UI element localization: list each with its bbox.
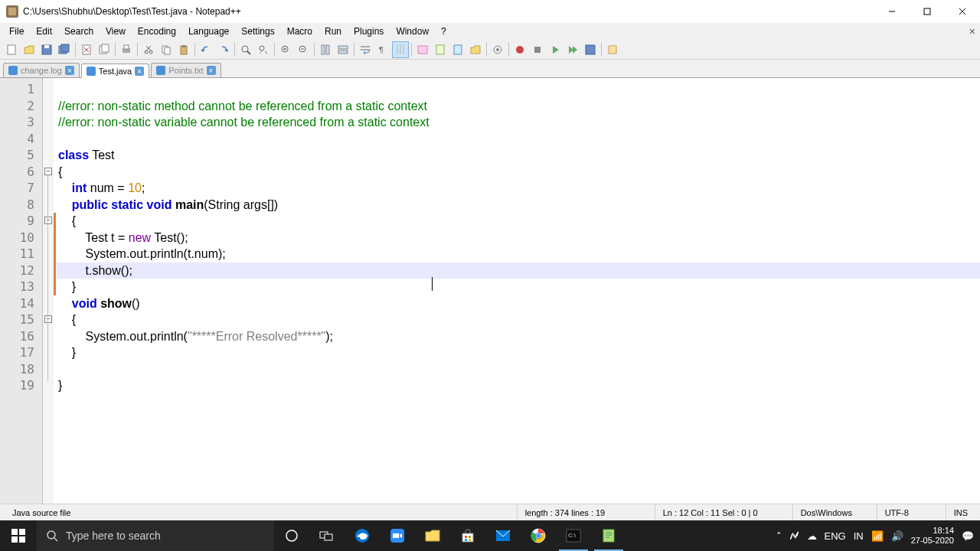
svg-rect-34 xyxy=(338,46,348,49)
start-button[interactable] xyxy=(0,520,37,551)
menu-plugins[interactable]: Plugins xyxy=(348,24,390,38)
cmd-icon[interactable]: C:\ xyxy=(556,520,591,551)
menu-encoding[interactable]: Encoding xyxy=(132,24,182,38)
all-chars-button[interactable]: ¶ xyxy=(374,41,391,58)
tab-close-icon[interactable]: × xyxy=(207,66,216,75)
menu-view[interactable]: View xyxy=(100,24,132,38)
mail-icon[interactable] xyxy=(485,520,521,551)
close-all-button[interactable] xyxy=(96,41,113,58)
redo-button[interactable] xyxy=(215,41,232,58)
svg-rect-50 xyxy=(609,46,616,54)
task-view-icon[interactable] xyxy=(309,520,345,551)
tab-label: change.log xyxy=(21,66,62,75)
window-controls xyxy=(874,0,980,23)
folder-button[interactable] xyxy=(467,41,484,58)
print-button[interactable] xyxy=(118,41,135,58)
status-eol[interactable]: Dos\Windows xyxy=(793,504,877,520)
menu-edit[interactable]: Edit xyxy=(30,24,58,38)
taskbar-search[interactable]: Type here to search xyxy=(37,520,274,551)
cortana-icon[interactable] xyxy=(274,520,309,551)
save-macro-button[interactable] xyxy=(582,41,599,58)
chrome-icon[interactable] xyxy=(521,520,556,551)
svg-point-16 xyxy=(145,51,148,54)
func-list-button[interactable] xyxy=(449,41,466,58)
tray-keyboard[interactable]: IN xyxy=(854,530,864,542)
mdi-close-icon[interactable]: × xyxy=(969,25,975,37)
sync-h-button[interactable] xyxy=(335,41,351,58)
taskbar-icons: C:\ xyxy=(274,520,626,551)
tray-lang[interactable]: ENG xyxy=(825,530,846,542)
svg-point-71 xyxy=(537,534,541,538)
doc-map-button[interactable] xyxy=(432,41,449,58)
minimize-button[interactable] xyxy=(874,0,910,23)
status-encoding[interactable]: UTF-8 xyxy=(877,504,946,520)
tray-wifi-icon[interactable]: 📶 xyxy=(871,530,884,542)
new-file-button[interactable] xyxy=(3,41,20,58)
maximize-button[interactable] xyxy=(910,0,945,23)
close-button[interactable] xyxy=(945,0,980,23)
tray-volume-icon[interactable]: 🔊 xyxy=(891,530,903,542)
replace-button[interactable] xyxy=(255,41,272,58)
line-number-gutter: 12345678910111213141516171819 xyxy=(0,78,43,504)
word-wrap-button[interactable] xyxy=(357,41,374,58)
menu-window[interactable]: Window xyxy=(390,24,435,38)
fold-toggle[interactable]: − xyxy=(44,168,52,175)
menu-settings[interactable]: Settings xyxy=(235,24,280,38)
tab-changelog[interactable]: change.log × xyxy=(3,63,80,77)
search-placeholder: Type here to search xyxy=(66,530,161,542)
sync-v-button[interactable] xyxy=(317,41,334,58)
svg-rect-74 xyxy=(603,530,614,542)
tab-close-icon[interactable]: × xyxy=(65,66,74,75)
zoom-icon[interactable] xyxy=(380,520,415,551)
tab-testjava[interactable]: Test.java × xyxy=(81,64,149,78)
save-button[interactable] xyxy=(38,41,55,58)
store-icon[interactable] xyxy=(450,520,485,551)
monitor-button[interactable] xyxy=(489,41,506,58)
tray-onedrive-icon[interactable]: ☁ xyxy=(807,530,817,542)
edge-icon[interactable] xyxy=(345,520,380,551)
indent-guide-button[interactable] xyxy=(392,41,409,58)
menu-file[interactable]: File xyxy=(3,24,30,38)
paste-button[interactable] xyxy=(175,41,192,58)
file-explorer-icon[interactable] xyxy=(415,520,450,551)
zoom-in-button[interactable] xyxy=(277,41,294,58)
find-button[interactable] xyxy=(237,41,254,58)
play-multi-button[interactable] xyxy=(564,41,581,58)
tray-chevron-icon[interactable]: ˄ xyxy=(776,530,782,542)
menu-macro[interactable]: Macro xyxy=(281,24,318,38)
notifications-icon[interactable]: 💬 xyxy=(962,530,974,542)
save-all-button[interactable] xyxy=(56,41,73,58)
editor[interactable]: 12345678910111213141516171819 −−− //erro… xyxy=(0,78,980,504)
menu-run[interactable]: Run xyxy=(318,24,348,38)
code-area[interactable]: //error: non-static method cannot be ref… xyxy=(57,78,980,504)
fold-margin[interactable]: −−− xyxy=(43,78,54,504)
svg-rect-65 xyxy=(469,539,471,541)
undo-button[interactable] xyxy=(198,41,214,58)
close-file-button[interactable] xyxy=(78,41,95,58)
zoom-out-button[interactable] xyxy=(295,41,312,58)
tray-battery-icon[interactable]: 🗲 xyxy=(789,530,799,542)
status-mode[interactable]: INS xyxy=(946,504,975,520)
tab-close-icon[interactable]: × xyxy=(135,67,144,76)
udl-button[interactable] xyxy=(414,41,431,58)
record-macro-button[interactable] xyxy=(511,41,528,58)
menu-language[interactable]: Language xyxy=(182,24,235,38)
copy-button[interactable] xyxy=(158,41,175,58)
status-filetype: Java source file xyxy=(5,504,518,520)
fold-toggle[interactable]: − xyxy=(44,217,52,224)
open-file-button[interactable] xyxy=(21,41,38,58)
cut-button[interactable] xyxy=(140,41,157,58)
menu-help[interactable]: ? xyxy=(435,24,452,38)
tab-pointstxt[interactable]: Points.txt × xyxy=(151,63,220,77)
menu-search[interactable]: Search xyxy=(58,24,100,38)
svg-rect-51 xyxy=(11,529,18,535)
status-length: length : 374 lines : 19 xyxy=(518,504,655,520)
spacer-button[interactable] xyxy=(604,41,621,58)
tray-clock[interactable]: 18:14 27-05-2020 xyxy=(911,526,954,546)
fold-toggle[interactable]: − xyxy=(44,315,52,323)
status-position: Ln : 12 Col : 11 Sel : 0 | 0 xyxy=(655,504,793,520)
notepadpp-icon[interactable] xyxy=(591,520,626,551)
stop-macro-button[interactable] xyxy=(529,41,546,58)
play-macro-button[interactable] xyxy=(547,41,564,58)
svg-rect-21 xyxy=(165,47,170,54)
